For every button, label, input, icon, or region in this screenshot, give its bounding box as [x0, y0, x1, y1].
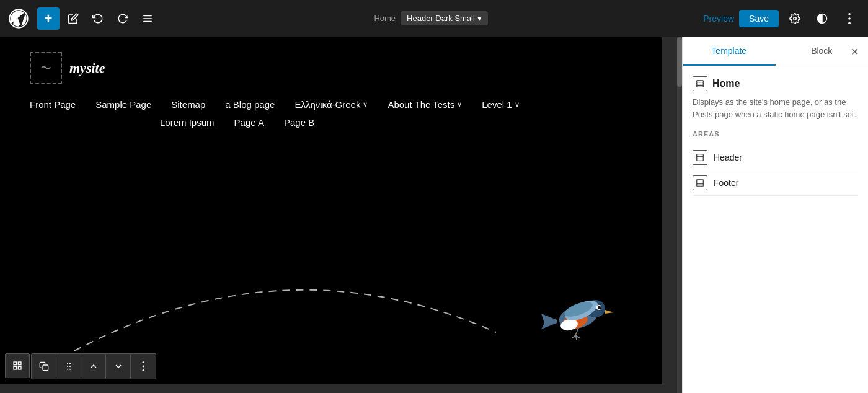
panel-section-title: Home — [693, 76, 858, 91]
svg-rect-39 — [697, 154, 704, 161]
panel-body: Home Displays as the site's home page, o… — [683, 66, 868, 393]
svg-rect-22 — [14, 362, 17, 365]
main-area: 〜 mysite Front Page Sample Page Sitemap — [0, 37, 868, 393]
breadcrumb-chevron-icon: ▾ — [477, 14, 482, 23]
block-more-button[interactable] — [131, 354, 156, 379]
svg-rect-26 — [43, 365, 48, 371]
list-view-button[interactable] — [136, 7, 159, 30]
svg-point-32 — [69, 369, 71, 370]
svg-line-18 — [575, 328, 578, 335]
svg-rect-24 — [18, 366, 21, 369]
edit-button[interactable] — [62, 7, 84, 30]
nav-item-level1[interactable]: Level 1 ∨ — [482, 99, 519, 110]
svg-point-4 — [794, 17, 797, 20]
svg-point-7 — [848, 17, 851, 20]
svg-rect-23 — [18, 362, 21, 365]
site-logo-area: 〜 mysite — [30, 52, 632, 84]
canvas-wrapper[interactable]: 〜 mysite Front Page Sample Page Sitemap — [0, 37, 682, 393]
nav-item-sitemap[interactable]: Sitemap — [171, 99, 205, 110]
area-footer-label: Footer — [714, 178, 738, 188]
bird-decoration — [538, 283, 625, 347]
svg-point-6 — [848, 13, 851, 15]
nav-item-front-page[interactable]: Front Page — [30, 99, 76, 110]
svg-point-31 — [67, 369, 68, 370]
site-name[interactable]: mysite — [69, 60, 105, 76]
move-down-button[interactable] — [106, 354, 131, 379]
svg-point-8 — [848, 22, 851, 24]
contrast-button[interactable] — [811, 7, 833, 30]
add-block-button[interactable]: + — [37, 7, 60, 30]
breadcrumb-area: Home Header Dark Small ▾ — [161, 11, 701, 25]
header-area-icon — [693, 150, 707, 165]
areas-label: AREAS — [693, 130, 858, 138]
redo-button[interactable] — [112, 7, 134, 30]
toolbar-right: Preview Save — [703, 7, 861, 30]
area-item-footer[interactable]: Footer — [693, 170, 858, 196]
logo-placeholder-icon: 〜 — [40, 61, 51, 76]
site-header: 〜 mysite Front Page Sample Page Sitemap — [0, 37, 662, 140]
scrollbar-thumb[interactable] — [677, 37, 682, 87]
block-bottom-toolbar — [5, 353, 156, 379]
svg-point-29 — [67, 366, 68, 367]
svg-point-27 — [67, 363, 68, 364]
svg-point-30 — [69, 366, 71, 367]
undo-button[interactable] — [87, 7, 109, 30]
nav-item-sample-page[interactable]: Sample Page — [95, 99, 151, 110]
sub-nav-page-a[interactable]: Page A — [234, 117, 264, 128]
svg-point-28 — [69, 363, 71, 364]
dashed-arc-decoration — [74, 264, 496, 366]
nav-item-blog-page[interactable]: a Blog page — [225, 99, 275, 110]
copy-block-button[interactable] — [32, 354, 56, 379]
layout-icon-button[interactable] — [5, 353, 30, 378]
sub-nav: Lorem Ipsum Page A Page B — [30, 110, 632, 128]
nav-item-about-tests[interactable]: About The Tests ∨ — [388, 99, 462, 110]
drag-handle-button[interactable] — [56, 354, 81, 379]
preview-button[interactable]: Preview — [703, 14, 734, 24]
area-item-header[interactable]: Header — [693, 145, 858, 170]
site-logo-box: 〜 — [30, 52, 62, 84]
nav-chevron-level1: ∨ — [515, 100, 520, 108]
breadcrumb-home[interactable]: Home — [374, 14, 396, 23]
nav-chevron-greek: ∨ — [363, 100, 368, 108]
block-actions-group — [31, 353, 156, 379]
nav-item-greek[interactable]: Ελληνικά-Greek ∨ — [294, 99, 368, 110]
svg-point-34 — [143, 366, 144, 368]
svg-rect-36 — [697, 81, 704, 87]
wp-logo[interactable] — [7, 7, 30, 30]
svg-point-17 — [600, 306, 601, 307]
more-options-button[interactable] — [838, 7, 861, 30]
primary-nav: Front Page Sample Page Sitemap a Blog pa… — [30, 99, 632, 110]
footer-area-icon — [693, 175, 707, 190]
area-header-label: Header — [714, 152, 742, 162]
move-up-button[interactable] — [81, 354, 106, 379]
sub-nav-lorem-ipsum[interactable]: Lorem Ipsum — [160, 117, 215, 128]
save-button[interactable]: Save — [739, 10, 779, 27]
panel-tabs: Template Block ✕ — [683, 37, 868, 66]
breadcrumb-current-label: Header Dark Small — [407, 14, 475, 23]
panel-close-button[interactable]: ✕ — [846, 43, 863, 60]
svg-point-16 — [598, 306, 601, 309]
svg-rect-25 — [14, 366, 17, 369]
tab-template[interactable]: Template — [683, 37, 776, 66]
home-template-icon — [693, 76, 707, 91]
panel-description: Displays as the site's home page, or as … — [693, 96, 858, 120]
canvas: 〜 mysite Front Page Sample Page Sitemap — [0, 37, 662, 384]
main-toolbar: + Home Header Dark Small ▾ Preview Save — [0, 0, 868, 37]
scrollbar-track[interactable] — [677, 37, 682, 393]
sub-nav-page-b[interactable]: Page B — [284, 117, 314, 128]
svg-point-33 — [143, 361, 144, 363]
svg-rect-41 — [697, 180, 704, 187]
svg-point-35 — [143, 369, 144, 371]
settings-button[interactable] — [784, 7, 806, 30]
breadcrumb-chip[interactable]: Header Dark Small ▾ — [401, 11, 488, 25]
nav-chevron-about-tests: ∨ — [457, 100, 462, 108]
svg-line-19 — [572, 335, 575, 338]
right-panel: Template Block ✕ Home Displays as the si… — [682, 37, 868, 393]
